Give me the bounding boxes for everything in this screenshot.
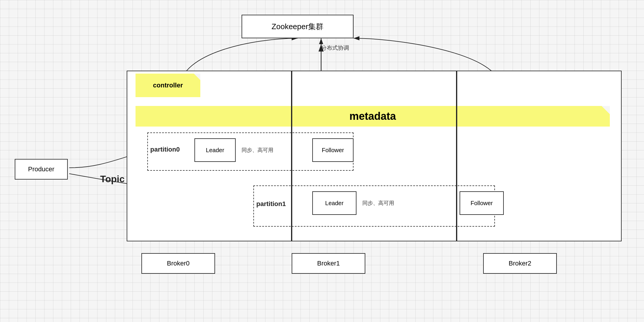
- zookeeper-label: Zookeeper集群: [272, 21, 323, 32]
- sync-ha-1-label: 同步、高可用: [362, 200, 394, 207]
- follower1-box: Follower: [460, 191, 504, 215]
- distributed-coord-label: 分布式协调: [321, 44, 349, 52]
- broker1-box: Broker1: [292, 253, 365, 274]
- sync-ha-0-label: 同步、高可用: [242, 147, 273, 154]
- partition1-label: partition1: [256, 200, 286, 208]
- broker2-box: Broker2: [483, 253, 557, 274]
- producer-box: Producer: [15, 159, 68, 180]
- partition0-label: partition0: [150, 146, 180, 153]
- follower0-box: Follower: [312, 138, 354, 162]
- topic-label: Topic: [100, 174, 125, 185]
- zookeeper-box: Zookeeper集群: [242, 15, 354, 38]
- leader1-box: Leader: [312, 191, 356, 215]
- leader0-box: Leader: [194, 138, 236, 162]
- broker0-box: Broker0: [141, 253, 215, 274]
